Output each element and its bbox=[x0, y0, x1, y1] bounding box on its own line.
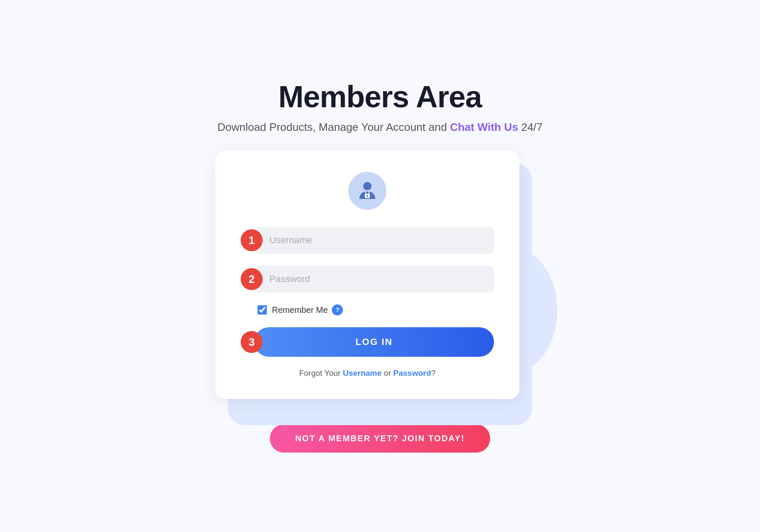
subtitle-suffix: 24/7 bbox=[521, 121, 543, 133]
card-container: 1 2 Remember Me ? 3 LOG IN Forgot Your U… bbox=[215, 151, 545, 399]
avatar-wrapper bbox=[241, 172, 494, 210]
username-row: 1 bbox=[241, 227, 494, 254]
forgot-password-link[interactable]: Password bbox=[393, 369, 431, 377]
chat-link[interactable]: Chat With Us bbox=[450, 121, 518, 133]
step-3-badge: 3 bbox=[241, 331, 263, 353]
remember-me-row: Remember Me ? bbox=[241, 304, 494, 315]
step-2-badge: 2 bbox=[241, 268, 263, 290]
login-button[interactable]: LOG IN bbox=[254, 327, 494, 357]
forgot-username-link[interactable]: Username bbox=[343, 369, 382, 377]
password-input[interactable] bbox=[254, 266, 494, 293]
svg-point-0 bbox=[363, 182, 372, 190]
login-card: 1 2 Remember Me ? 3 LOG IN Forgot Your U… bbox=[215, 151, 519, 399]
header-section: Members Area Download Products, Manage Y… bbox=[217, 79, 543, 134]
user-lock-icon bbox=[356, 179, 379, 202]
info-icon[interactable]: ? bbox=[332, 304, 343, 315]
login-row: 3 LOG IN bbox=[241, 327, 494, 357]
svg-point-2 bbox=[366, 195, 368, 197]
forgot-row: Forgot Your Username or Password? bbox=[241, 369, 494, 378]
step-1-badge: 1 bbox=[241, 229, 263, 251]
join-button[interactable]: NOT A MEMBER YET? JOIN TODAY! bbox=[270, 424, 490, 453]
subtitle-text: Download Products, Manage Your Account a… bbox=[217, 121, 447, 133]
username-input[interactable] bbox=[254, 227, 494, 254]
remember-me-label: Remember Me bbox=[272, 305, 328, 315]
page-wrapper: Members Area Download Products, Manage Y… bbox=[0, 79, 760, 453]
subtitle: Download Products, Manage Your Account a… bbox=[217, 121, 543, 134]
avatar bbox=[348, 172, 386, 210]
remember-me-checkbox[interactable] bbox=[258, 305, 267, 315]
page-title: Members Area bbox=[217, 79, 543, 114]
password-row: 2 bbox=[241, 266, 494, 293]
